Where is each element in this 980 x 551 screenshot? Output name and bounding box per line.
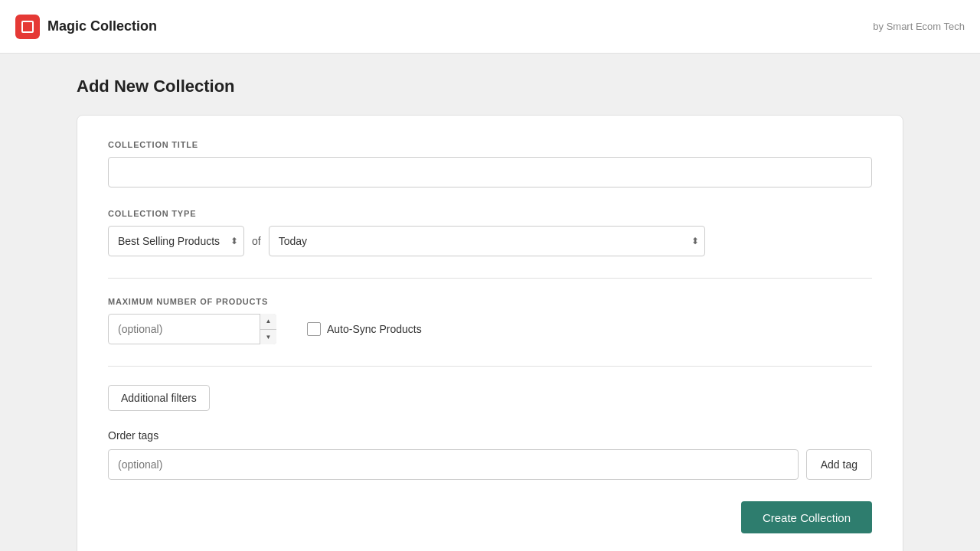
spinner-up-button[interactable]: ▲: [260, 314, 276, 330]
header: Magic Collection by Smart Ecom Tech: [0, 0, 980, 54]
auto-sync-checkbox[interactable]: [307, 322, 321, 336]
period-select[interactable]: Today Last 7 Days Last 30 Days Last 90 D…: [269, 226, 705, 256]
max-products-label: MAXIMUM NUMBER OF PRODUCTS: [108, 297, 872, 306]
max-products-section: MAXIMUM NUMBER OF PRODUCTS ▲ ▼ Auto-Sync…: [108, 297, 872, 344]
auto-sync-row: Auto-Sync Products: [307, 322, 422, 336]
spinner-down-button[interactable]: ▼: [260, 330, 276, 345]
add-tag-button[interactable]: Add tag: [806, 449, 872, 480]
max-products-row: ▲ ▼ Auto-Sync Products: [108, 314, 872, 344]
collection-type-section: COLLECTION TYPE Best Selling Products Ne…: [108, 209, 872, 256]
of-label: of: [252, 235, 261, 247]
collection-type-select[interactable]: Best Selling Products New Arrivals Top R…: [108, 226, 244, 256]
order-tags-label: Order tags: [108, 429, 872, 442]
collection-type-row: Best Selling Products New Arrivals Top R…: [108, 226, 872, 256]
order-tags-section: Order tags Add tag: [108, 429, 872, 480]
order-tags-input[interactable]: [108, 449, 799, 480]
additional-filters-button[interactable]: Additional filters: [108, 385, 210, 411]
create-collection-button[interactable]: Create Collection: [741, 501, 872, 533]
collection-title-section: COLLECTION TITLE: [108, 140, 872, 187]
max-products-spinner-wrapper: ▲ ▼: [108, 314, 276, 344]
app-icon-inner: [21, 21, 34, 33]
app-title: Magic Collection: [47, 18, 157, 34]
by-label: by Smart Ecom Tech: [873, 21, 965, 32]
form-card: COLLECTION TITLE COLLECTION TYPE Best Se…: [77, 115, 903, 551]
divider-1: [108, 278, 872, 279]
page-title: Add New Collection: [77, 77, 903, 96]
collection-type-label: COLLECTION TYPE: [108, 209, 872, 218]
collection-title-input[interactable]: [108, 157, 872, 187]
period-select-wrapper: Today Last 7 Days Last 30 Days Last 90 D…: [269, 226, 705, 256]
form-footer: Create Collection: [108, 501, 872, 533]
divider-2: [108, 366, 872, 367]
collection-title-label: COLLECTION TITLE: [108, 140, 872, 149]
auto-sync-label: Auto-Sync Products: [327, 323, 422, 335]
max-products-input[interactable]: [108, 314, 276, 344]
spinner-buttons: ▲ ▼: [260, 314, 276, 344]
header-left: Magic Collection: [15, 15, 157, 39]
order-tags-row: Add tag: [108, 449, 872, 480]
collection-type-select-wrapper: Best Selling Products New Arrivals Top R…: [108, 226, 244, 256]
app-icon: [15, 15, 40, 39]
main-content: Add New Collection COLLECTION TITLE COLL…: [0, 54, 980, 551]
